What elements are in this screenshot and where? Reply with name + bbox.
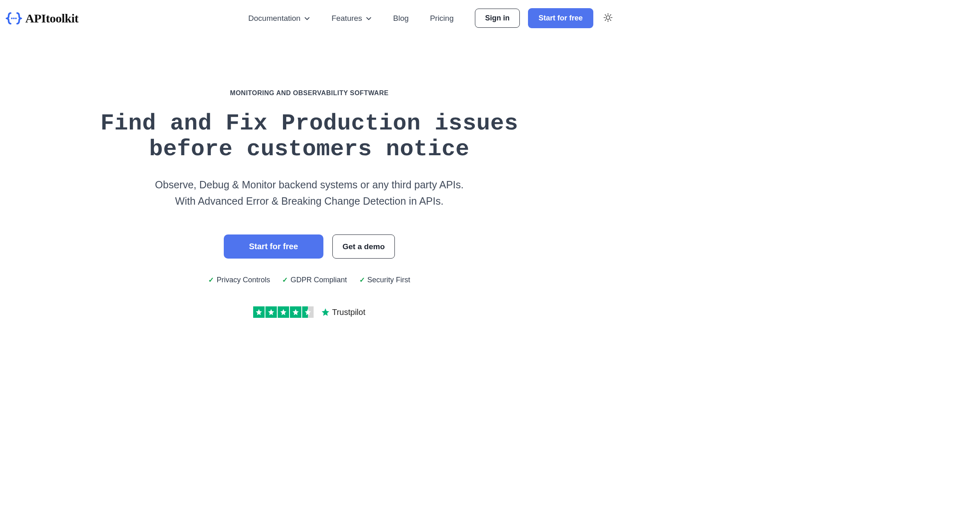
svg-line-10 [605,20,606,20]
star-icon [290,306,301,318]
nav-blog-label: Blog [393,14,409,23]
cta-row: Start for free Get a demo [24,234,594,259]
chevron-down-icon [304,15,310,22]
star-icon [265,306,277,318]
star-half-icon [302,306,314,318]
main-nav: Documentation Features Blog Pricing Sign… [248,8,613,28]
badge-gdpr-label: GDPR Compliant [290,276,347,284]
nav-blog[interactable]: Blog [393,14,409,23]
hero-eyebrow: MONITORING AND OBSERVABILITY SOFTWARE [24,89,594,97]
cta-get-demo-button[interactable]: Get a demo [332,234,395,259]
badge-security: ✓ Security First [359,276,410,284]
check-icon: ✓ [359,276,365,284]
logo-braces-icon [6,12,22,25]
svg-point-2 [15,18,17,19]
nav-features-label: Features [332,14,362,23]
check-icon: ✓ [282,276,288,284]
svg-line-9 [610,20,611,20]
svg-line-8 [605,14,606,15]
hero: MONITORING AND OBSERVABILITY SOFTWARE Fi… [0,89,619,318]
header: APItoolkit Documentation Features Blog P… [0,0,619,36]
hero-subhead: Observe, Debug & Monitor backend systems… [24,176,594,209]
nav-pricing[interactable]: Pricing [430,14,454,23]
nav-pricing-label: Pricing [430,14,454,23]
star-icon [278,306,289,318]
logo-text: APItoolkit [25,11,78,25]
svg-point-0 [11,18,13,19]
badge-privacy-label: Privacy Controls [216,276,270,284]
svg-point-3 [606,16,610,19]
sun-icon [603,13,613,22]
hero-headline-line2: before customers notice [149,136,469,162]
hero-sub-line2: With Advanced Error & Breaking Change De… [175,195,443,207]
svg-point-1 [13,18,15,19]
trustpilot-widget[interactable]: Trustpilot [24,306,594,318]
trustpilot-star-icon [321,308,330,317]
chevron-down-icon [365,15,372,22]
nav-documentation-label: Documentation [248,14,301,23]
trustpilot-brand: Trustpilot [321,308,365,317]
badge-gdpr: ✓ GDPR Compliant [282,276,347,284]
star-icon [253,306,265,318]
svg-line-11 [610,14,611,15]
theme-toggle[interactable] [603,13,613,24]
logo[interactable]: APItoolkit [6,11,78,25]
badge-security-label: Security First [368,276,410,284]
nav-documentation[interactable]: Documentation [248,14,310,23]
trustpilot-stars [253,306,314,318]
badge-privacy: ✓ Privacy Controls [208,276,270,284]
hero-headline: Find and Fix Production issues before cu… [24,111,594,162]
trustpilot-text: Trustpilot [332,308,365,317]
header-actions: Sign in Start for free [475,8,613,28]
start-for-free-button[interactable]: Start for free [528,8,593,28]
sign-in-button[interactable]: Sign in [475,9,520,28]
nav-features[interactable]: Features [332,14,372,23]
cta-start-for-free-button[interactable]: Start for free [224,234,323,259]
hero-sub-line1: Observe, Debug & Monitor backend systems… [155,179,464,190]
hero-headline-line1: Find and Fix Production issues [100,110,518,136]
check-icon: ✓ [208,276,214,284]
trust-badges: ✓ Privacy Controls ✓ GDPR Compliant ✓ Se… [24,276,594,284]
